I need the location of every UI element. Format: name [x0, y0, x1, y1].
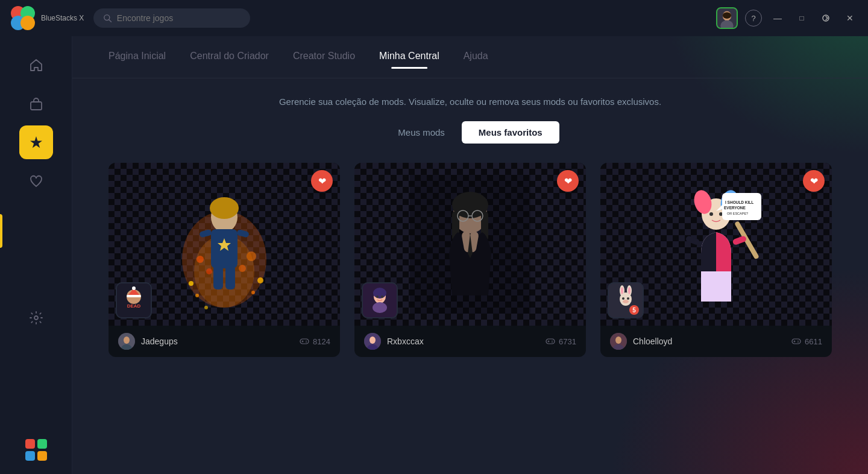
svg-rect-16 — [37, 451, 47, 461]
svg-point-47 — [306, 341, 307, 342]
svg-rect-26 — [211, 229, 237, 268]
svg-rect-69 — [546, 339, 555, 344]
sidebar-item-favorites[interactable] — [19, 164, 53, 198]
sidebar-item-mods[interactable] — [19, 125, 53, 159]
card-info-2: Rxbxccax 6731 — [354, 326, 586, 357]
svg-point-104 — [797, 341, 799, 342]
main-content: Página Inicial Central do Criador Creato… — [72, 36, 868, 474]
svg-point-3 — [20, 16, 35, 30]
heart-button-1[interactable]: ❤ — [311, 170, 333, 192]
svg-point-91 — [621, 287, 623, 294]
sidebar-active-indicator — [0, 214, 2, 248]
card2-character-svg — [410, 175, 530, 314]
minimize-button[interactable]: — — [769, 10, 786, 27]
creator-avatar-1 — [118, 333, 135, 350]
svg-point-9 — [723, 12, 731, 19]
creator-avatar-2 — [364, 333, 381, 350]
play-count-1: 8124 — [300, 337, 330, 346]
help-button[interactable]: ? — [745, 10, 762, 27]
close-button[interactable]: ✕ — [841, 10, 858, 27]
meus-favoritos-button[interactable]: Meus favoritos — [462, 121, 559, 144]
restore-button[interactable] — [817, 10, 834, 27]
svg-point-23 — [204, 306, 208, 309]
card-info-3: Chloelloyd 6611 — [600, 326, 832, 357]
store-icon — [29, 96, 43, 111]
gamepad-icon-2 — [546, 337, 555, 346]
meus-mods-button[interactable]: Meus mods — [381, 121, 462, 144]
card3-character-svg: I SHOULD KILL EVERYONE OR ESCAPE? — [656, 175, 776, 314]
svg-point-78 — [709, 212, 713, 216]
sidebar-item-home[interactable] — [19, 48, 53, 82]
svg-text:EVERYONE: EVERYONE — [724, 206, 746, 210]
card-image-2: ❤ — [354, 163, 586, 326]
mod-card-2[interactable]: ❤ — [354, 163, 586, 357]
user-avatar[interactable] — [716, 7, 738, 29]
svg-point-12 — [34, 316, 38, 320]
svg-point-22 — [251, 291, 255, 294]
game-thumb-2-svg — [363, 283, 397, 317]
card-image-1: ❤ — [108, 163, 340, 326]
mod-card-1[interactable]: ❤ — [108, 163, 340, 357]
card-info-1: Jadegups 8124 — [108, 326, 340, 357]
play-count-value-1: 8124 — [313, 337, 330, 346]
star-icon — [29, 135, 43, 150]
svg-rect-15 — [25, 451, 35, 461]
svg-point-63 — [373, 302, 387, 313]
tab-ajuda[interactable]: Ajuda — [464, 51, 488, 64]
game-thumb-3-svg: 5 — [609, 283, 643, 317]
page-subtitle: Gerencie sua coleção de mods. Visualize,… — [108, 96, 832, 107]
gamepad-icon-1 — [300, 337, 309, 346]
heart-button-3[interactable]: ❤ — [803, 170, 825, 192]
svg-point-72 — [552, 341, 553, 342]
tab-pagina-inicial[interactable]: Página Inicial — [108, 51, 166, 64]
toggle-group: Meus mods Meus favoritos — [108, 121, 832, 144]
svg-point-62 — [373, 288, 386, 299]
svg-rect-39 — [127, 295, 141, 297]
cards-grid: ❤ — [108, 163, 832, 357]
svg-point-67 — [370, 337, 376, 344]
svg-text:I SHOULD KILL: I SHOULD KILL — [725, 200, 753, 204]
svg-rect-101 — [792, 339, 800, 344]
mod-card-3[interactable]: ❤ — [600, 163, 832, 357]
sidebar-item-settings[interactable] — [19, 301, 53, 335]
svg-point-34 — [206, 268, 212, 274]
play-count-value-3: 6611 — [805, 337, 822, 346]
heart-button-2[interactable]: ❤ — [557, 170, 579, 192]
tab-creator-studio[interactable]: Creator Studio — [293, 51, 355, 64]
play-count-3: 6611 — [791, 337, 822, 346]
creator-avatar-3 — [610, 333, 627, 350]
svg-point-40 — [132, 286, 136, 290]
svg-text:DEAD: DEAD — [127, 303, 141, 309]
svg-point-94 — [627, 297, 629, 300]
svg-rect-13 — [25, 439, 35, 449]
sidebar — [0, 36, 72, 474]
svg-point-73 — [552, 342, 553, 343]
svg-point-92 — [628, 287, 631, 294]
bluestacks-logo-area: BlueStacks X — [10, 5, 84, 31]
search-icon — [103, 13, 112, 23]
svg-rect-31 — [225, 265, 235, 289]
svg-line-5 — [109, 20, 112, 22]
svg-rect-11 — [31, 102, 42, 110]
svg-point-32 — [197, 256, 204, 263]
creator-name-3: Chloelloyd — [633, 337, 672, 346]
svg-point-21 — [257, 277, 263, 283]
game-thumb-1-svg: DEAD — [117, 283, 151, 317]
tab-minha-central[interactable]: Minha Central — [379, 51, 439, 64]
card1-character-svg — [164, 175, 285, 314]
search-input[interactable] — [117, 13, 241, 23]
tab-central-do-criador[interactable]: Central do Criador — [190, 51, 269, 64]
search-bar[interactable] — [93, 8, 250, 28]
sidebar-bottom — [24, 438, 48, 462]
play-count-value-2: 6731 — [559, 337, 576, 346]
svg-rect-14 — [37, 439, 47, 449]
sidebar-item-store[interactable] — [19, 87, 53, 121]
game-thumbnail-3: 5 — [608, 282, 644, 318]
bluestacks-logo-icon — [10, 5, 36, 31]
svg-point-99 — [615, 337, 621, 344]
app-name-label: BlueStacks X — [41, 14, 84, 22]
svg-point-25 — [210, 197, 239, 219]
svg-point-65 — [381, 295, 383, 298]
svg-rect-86 — [732, 235, 747, 245]
maximize-button[interactable]: □ — [793, 10, 810, 27]
